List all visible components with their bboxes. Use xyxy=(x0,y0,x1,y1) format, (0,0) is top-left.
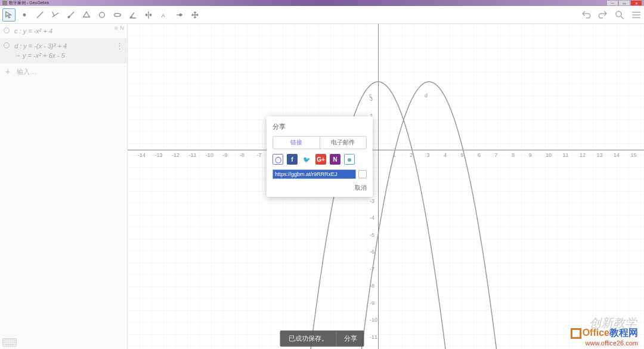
redo-button[interactable] xyxy=(597,10,608,20)
cancel-button[interactable]: 取消 xyxy=(273,184,367,192)
svg-point-5 xyxy=(68,16,70,18)
classroom-icon[interactable]: ☻ xyxy=(344,154,355,165)
svg-point-15 xyxy=(616,11,621,17)
virtual-keyboard-button[interactable] xyxy=(2,338,17,347)
svg-text:A: A xyxy=(162,12,165,18)
twitter-icon[interactable]: 🐦 xyxy=(301,154,312,165)
window-maximize[interactable]: ▭ xyxy=(619,1,630,5)
svg-point-11 xyxy=(150,14,151,16)
tab-email[interactable]: 电子邮件 xyxy=(320,137,367,149)
row-badge: ≡ N xyxy=(114,25,125,31)
algebra-row-d[interactable]: d : y = -(x - 3)² + 4 → y = -x² + 6x - 5… xyxy=(0,39,127,63)
visibility-toggle-icon[interactable] xyxy=(4,27,10,33)
toolbar: A xyxy=(0,6,644,24)
row-menu-icon[interactable]: ⋮ xyxy=(116,41,123,50)
y-tick: -4 xyxy=(370,215,374,221)
tool-move[interactable] xyxy=(2,8,16,21)
svg-line-1 xyxy=(37,11,44,18)
window-minimize[interactable]: — xyxy=(607,1,618,5)
tool-line[interactable] xyxy=(33,8,47,21)
share-url-input[interactable] xyxy=(273,169,356,179)
curve-label-d: d xyxy=(425,92,428,98)
tool-point[interactable] xyxy=(18,8,31,21)
x-tick: -10 xyxy=(206,152,213,158)
social-row: ◯ f 🐦 G+ N ☻ xyxy=(273,154,367,165)
tool-circle[interactable] xyxy=(95,8,109,21)
svg-point-7 xyxy=(100,12,105,17)
algebra-panel: c : y = -x² + 4 ≡ N d : y = -(x - 3)² + … xyxy=(0,24,128,349)
search-button[interactable] xyxy=(614,10,625,20)
x-tick: 9 xyxy=(529,152,532,158)
y-tick: -7 xyxy=(370,266,374,272)
copy-icon[interactable] xyxy=(358,170,367,178)
x-tick: -13 xyxy=(155,152,163,158)
y-axis xyxy=(378,24,379,349)
y-tick: -3 xyxy=(370,198,374,204)
curve-label-c: c xyxy=(369,92,372,98)
onenote-icon[interactable]: N xyxy=(330,154,340,165)
svg-line-16 xyxy=(621,16,624,19)
x-tick: 13 xyxy=(597,152,603,158)
x-tick: 7 xyxy=(495,152,498,158)
watermark-brand: Office教程网 www.office26.com xyxy=(571,327,638,347)
menu-button[interactable] xyxy=(631,10,642,20)
svg-point-14 xyxy=(179,14,182,16)
app-icon xyxy=(2,1,7,5)
y-tick: -6 xyxy=(370,249,374,255)
x-tick: -12 xyxy=(172,152,179,158)
facebook-icon[interactable]: f xyxy=(287,154,298,165)
y-tick: -11 xyxy=(370,334,377,340)
toast-message: 已成功保存。 xyxy=(280,331,336,347)
tool-angle[interactable] xyxy=(126,8,140,21)
equation-text: c : y = -x² + 4 xyxy=(14,26,52,36)
tool-reflect[interactable] xyxy=(142,8,155,21)
dialog-title: 分享 xyxy=(273,122,367,131)
x-tick: 11 xyxy=(563,152,569,158)
save-toast: 已成功保存。 分享 xyxy=(280,331,364,347)
x-tick: 2 xyxy=(410,152,413,158)
x-tick: 8 xyxy=(512,152,515,158)
grid xyxy=(128,24,644,349)
y-tick: -9 xyxy=(370,300,374,306)
office-logo-icon xyxy=(571,328,581,339)
window-titlebar: 数学案例 - GeoGebra — ▭ ✕ xyxy=(0,0,644,6)
tool-ray[interactable] xyxy=(64,8,78,21)
y-tick: -8 xyxy=(370,283,374,289)
x-tick: -11 xyxy=(189,152,197,158)
toast-share-button[interactable]: 分享 xyxy=(336,331,364,347)
window-title: 数学案例 - GeoGebra xyxy=(9,0,49,6)
tool-text[interactable]: A xyxy=(157,8,171,21)
algebra-row-c[interactable]: c : y = -x² + 4 ≡ N xyxy=(0,24,127,39)
geogebra-icon[interactable]: ◯ xyxy=(273,154,283,165)
x-tick: 10 xyxy=(546,152,552,158)
x-tick: 6 xyxy=(478,152,481,158)
x-axis xyxy=(128,150,644,150)
graphics-view[interactable]: -14-13-12-11-10-9-8-7-6-5-4-3-2-11234567… xyxy=(128,24,644,349)
svg-point-10 xyxy=(145,14,147,16)
tool-move-view[interactable] xyxy=(188,8,202,21)
x-tick: 3 xyxy=(427,152,430,158)
tab-link[interactable]: 链接 xyxy=(273,137,320,149)
tool-segment[interactable] xyxy=(49,8,62,21)
undo-button[interactable] xyxy=(581,10,592,20)
y-tick: -10 xyxy=(370,317,377,323)
equation-text: d : y = -(x - 3)² + 4 → y = -x² + 6x - 5 xyxy=(14,41,67,60)
svg-line-3 xyxy=(52,11,55,16)
plus-icon: + xyxy=(4,67,12,76)
x-tick: -7 xyxy=(257,152,262,158)
tool-conic[interactable] xyxy=(111,8,124,21)
y-tick: -5 xyxy=(370,232,374,238)
share-tabs: 链接 电子邮件 xyxy=(273,136,367,149)
share-dialog: 分享 链接 电子邮件 ◯ f 🐦 G+ N ☻ 取消 xyxy=(267,116,373,197)
svg-point-0 xyxy=(23,14,26,16)
window-close[interactable]: ✕ xyxy=(631,1,642,5)
x-tick: 5 xyxy=(461,152,464,158)
x-tick: -14 xyxy=(138,152,145,158)
x-tick: 15 xyxy=(631,152,637,158)
visibility-toggle-icon[interactable] xyxy=(4,42,10,48)
algebra-input-row[interactable]: + 输入… xyxy=(0,63,127,80)
x-tick: 12 xyxy=(580,152,586,158)
tool-slider[interactable] xyxy=(173,8,186,21)
tool-polygon[interactable] xyxy=(80,8,93,21)
googleplus-icon[interactable]: G+ xyxy=(315,154,326,165)
